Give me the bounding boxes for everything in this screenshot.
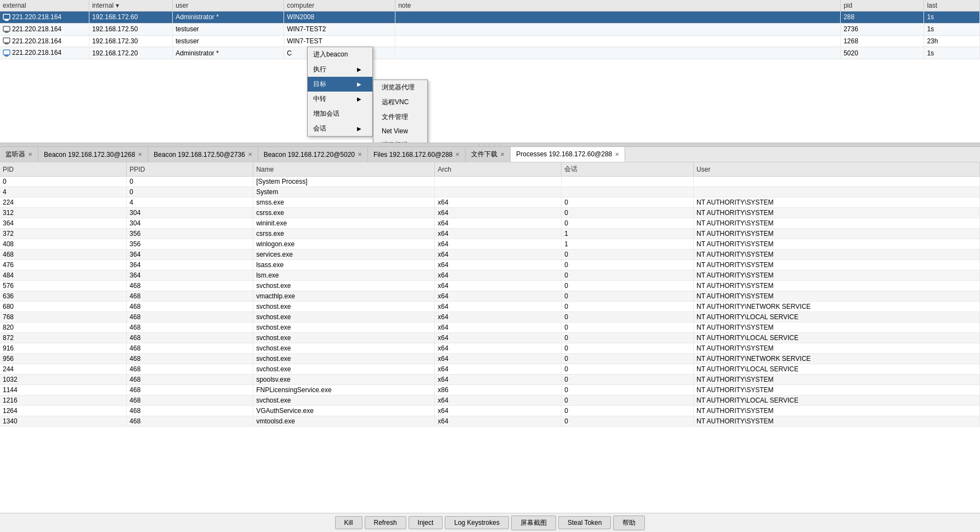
process-table-row[interactable]: 408 356 winlogon.exe x64 1 NT AUTHORITY\…: [0, 239, 980, 250]
proc-arch: x64: [435, 218, 562, 229]
process-table-row[interactable]: 872 468 svchost.exe x64 0 NT AUTHORITY\L…: [0, 333, 980, 343]
proc-name: wininit.exe: [253, 218, 435, 229]
tab-close[interactable]: ✕: [358, 151, 362, 157]
tab-2[interactable]: Beacon 192.168.172.50@2736✕: [148, 147, 258, 162]
beacon-internal: 192.168.172.20: [89, 47, 172, 59]
beacon-computer: WIN7-TEST2: [284, 23, 395, 35]
proc-col-header-name: Name: [253, 162, 435, 177]
tab-label: 文件下载: [471, 150, 497, 159]
tab-close[interactable]: ✕: [248, 151, 252, 157]
submenu-target[interactable]: 浏览器代理 远程VNC 文件管理 Net View 端口扫描 进程列表 屏幕截图: [373, 80, 428, 143]
process-table-row[interactable]: 372 356 csrss.exe x64 1 NT AUTHORITY\SYS…: [0, 229, 980, 239]
process-table-row[interactable]: 4 0 System: [0, 187, 980, 197]
process-table-row[interactable]: 468 364 services.exe x64 0 NT AUTHORITY\…: [0, 250, 980, 260]
process-table-row[interactable]: 636 468 vmacthlp.exe x64 0 NT AUTHORITY\…: [0, 291, 980, 302]
process-table-wrapper[interactable]: PID PPID Name Arch 会话 User 0 0 [System P…: [0, 162, 980, 513]
toolbar-btn-屏幕截图[interactable]: 屏幕截图: [511, 516, 556, 530]
beacon-table-row[interactable]: 221.220.218.164 192.168.172.20 Administr…: [0, 47, 980, 59]
proc-user: NT AUTHORITY\SYSTEM: [694, 406, 980, 416]
toolbar-btn-kill[interactable]: Kill: [335, 516, 362, 529]
proc-name: spoolsv.exe: [253, 375, 435, 385]
beacon-computer: WIN7-TEST: [284, 35, 395, 47]
beacon-last: 1s: [924, 12, 980, 24]
toolbar-btn-帮助[interactable]: 帮助: [613, 516, 645, 530]
toolbar-btn-inject[interactable]: Inject: [409, 516, 443, 529]
proc-name: svchost.exe: [253, 333, 435, 343]
tab-1[interactable]: Beacon 192.168.172.30@1268✕: [38, 147, 148, 162]
tab-0[interactable]: 监听器✕: [0, 147, 38, 162]
process-table-row[interactable]: 0 0 [System Process]: [0, 177, 980, 187]
process-table-row[interactable]: 768 468 svchost.exe x64 0 NT AUTHORITY\L…: [0, 312, 980, 322]
proc-session: 0: [562, 354, 694, 364]
process-table-row[interactable]: 244 468 svchost.exe x64 0 NT AUTHORITY\L…: [0, 364, 980, 375]
beacon-pid: 288: [841, 12, 924, 24]
process-table-row[interactable]: 576 468 svchost.exe x64 0 NT AUTHORITY\S…: [0, 281, 980, 291]
resize-divider[interactable]: · · · · ·: [0, 143, 980, 147]
process-table-row[interactable]: 224 4 smss.exe x64 0 NT AUTHORITY\SYSTEM: [0, 197, 980, 208]
submenu-item-remote-vnc[interactable]: 远程VNC: [373, 95, 427, 110]
context-menu-item-execute[interactable]: 执行 ▶: [308, 62, 372, 77]
process-table-row[interactable]: 1340 468 vmtoolsd.exe x64 0 NT AUTHORITY…: [0, 416, 980, 427]
process-table-row[interactable]: 476 364 lsass.exe x64 0 NT AUTHORITY\SYS…: [0, 260, 980, 270]
svg-rect-10: [4, 55, 9, 56]
process-table-row[interactable]: 364 304 wininit.exe x64 0 NT AUTHORITY\S…: [0, 218, 980, 229]
tab-3[interactable]: Beacon 192.168.172.20@5020✕: [258, 147, 368, 162]
proc-ppid: 0: [127, 177, 253, 187]
context-menu-item-relay[interactable]: 中转 ▶: [308, 92, 372, 106]
tab-6[interactable]: Processes 192.168.172.60@288✕: [511, 147, 625, 162]
process-table-row[interactable]: 1216 468 svchost.exe x64 0 NT AUTHORITY\…: [0, 395, 980, 406]
toolbar-btn-refresh[interactable]: Refresh: [365, 516, 406, 529]
proc-user: NT AUTHORITY\SYSTEM: [694, 322, 980, 333]
submenu-item-net-view[interactable]: Net View: [373, 124, 427, 138]
tab-close[interactable]: ✕: [500, 151, 505, 157]
submenu-item-browser-proxy[interactable]: 浏览器代理: [373, 80, 427, 95]
submenu-item-file-management[interactable]: 文件管理: [373, 110, 427, 124]
context-menu-item-enter-beacon[interactable]: 进入beacon: [308, 47, 372, 62]
proc-arch: [435, 177, 562, 187]
beacon-table-row[interactable]: 221.220.218.164 192.168.172.30 testuser …: [0, 35, 980, 47]
context-menu[interactable]: 进入beacon 执行 ▶ 目标 ▶ 中转 ▶ 增加会话 会话 ▶: [307, 47, 373, 137]
process-section: PID PPID Name Arch 会话 User 0 0 [System P…: [0, 162, 980, 513]
toolbar-btn-steal-token[interactable]: Steal Token: [558, 516, 611, 529]
process-table-row[interactable]: 1144 468 FNPLicensingService.exe x86 0 N…: [0, 385, 980, 395]
proc-ppid: 468: [127, 302, 253, 312]
process-table-row[interactable]: 916 468 svchost.exe x64 0 NT AUTHORITY\S…: [0, 343, 980, 354]
proc-arch: x64: [435, 197, 562, 208]
context-menu-item-session[interactable]: 会话 ▶: [308, 121, 372, 136]
beacon-table-row[interactable]: 221.220.218.164 192.168.172.50 testuser …: [0, 23, 980, 35]
context-menu-item-add-session[interactable]: 增加会话: [308, 106, 372, 121]
process-table-row[interactable]: 1264 468 VGAuthService.exe x64 0 NT AUTH…: [0, 406, 980, 416]
proc-name: svchost.exe: [253, 354, 435, 364]
tab-label: Beacon 192.168.172.30@1268: [44, 151, 135, 159]
proc-arch: x64: [435, 343, 562, 354]
tab-close[interactable]: ✕: [138, 151, 142, 157]
proc-name: vmtoolsd.exe: [253, 416, 435, 427]
process-table-row[interactable]: 956 468 svchost.exe x64 0 NT AUTHORITY\N…: [0, 354, 980, 364]
tab-close[interactable]: ✕: [28, 151, 32, 157]
proc-ppid: 304: [127, 218, 253, 229]
process-table-row[interactable]: 1032 468 spoolsv.exe x64 0 NT AUTHORITY\…: [0, 375, 980, 385]
proc-session: 0: [562, 416, 694, 427]
process-table-row[interactable]: 820 468 svchost.exe x64 0 NT AUTHORITY\S…: [0, 322, 980, 333]
proc-pid: 4: [0, 187, 127, 197]
proc-session: 0: [562, 322, 694, 333]
proc-pid: 1264: [0, 406, 127, 416]
tab-5[interactable]: 文件下载✕: [466, 147, 511, 162]
toolbar-btn-log-keystrokes[interactable]: Log Keystrokes: [445, 516, 509, 529]
beacon-table-row[interactable]: 221.220.218.164 192.168.172.60 Administr…: [0, 12, 980, 24]
proc-arch: x64: [435, 250, 562, 260]
submenu-item-port-scan[interactable]: 端口扫描: [373, 138, 427, 143]
tab-label: Processes 192.168.172.60@288: [516, 150, 612, 158]
proc-session: 0: [562, 281, 694, 291]
proc-ppid: 468: [127, 395, 253, 406]
tab-4[interactable]: Files 192.168.172.60@288✕: [368, 147, 466, 162]
process-table-row[interactable]: 312 304 csrss.exe x64 0 NT AUTHORITY\SYS…: [0, 208, 980, 218]
proc-ppid: 468: [127, 291, 253, 302]
col-header-computer: computer: [284, 0, 395, 12]
context-menu-item-target[interactable]: 目标 ▶: [308, 77, 372, 92]
tab-close[interactable]: ✕: [455, 151, 460, 157]
beacon-internal: 192.168.172.60: [89, 12, 172, 24]
process-table-row[interactable]: 484 364 lsm.exe x64 0 NT AUTHORITY\SYSTE…: [0, 270, 980, 281]
tab-close[interactable]: ✕: [615, 151, 619, 157]
process-table-row[interactable]: 680 468 svchost.exe x64 0 NT AUTHORITY\N…: [0, 302, 980, 312]
